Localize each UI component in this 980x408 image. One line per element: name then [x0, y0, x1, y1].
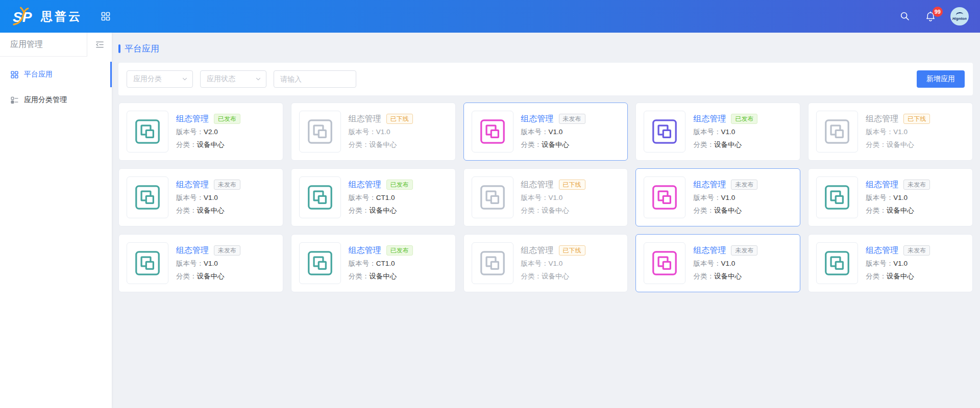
app-icon-box — [816, 242, 858, 284]
version-row: 版本号：V1.0 — [693, 193, 757, 203]
app-card[interactable]: 组态管理 已发布 版本号：V1.0 分类：设备中心 — [635, 103, 800, 161]
overlap-squares-icon — [479, 184, 506, 211]
app-card[interactable]: 组态管理 已下线 版本号：V1.0 分类：设备中心 — [463, 234, 628, 292]
search-input[interactable] — [274, 70, 356, 88]
category-row: 分类：设备中心 — [866, 271, 930, 282]
notifications-button[interactable]: 99 — [925, 11, 936, 22]
app-card[interactable]: 组态管理 未发布 版本号：V1.0 分类：设备中心 — [635, 168, 800, 226]
app-icon-box — [644, 111, 685, 152]
category-label: 分类： — [349, 207, 370, 214]
category-row: 分类：设备中心 — [176, 271, 240, 282]
status-badge: 未发布 — [214, 245, 240, 256]
version-value: V2.0 — [204, 128, 218, 136]
category-value: 设备中心 — [714, 272, 742, 280]
app-card-info: 组态管理 已发布 版本号：CT1.0 分类：设备中心 — [349, 245, 413, 282]
status-badge: 已发布 — [731, 114, 757, 124]
app-card[interactable]: 组态管理 已发布 版本号：V2.0 分类：设备中心 — [118, 103, 283, 161]
category-label: 分类： — [176, 141, 197, 148]
add-app-button[interactable]: 新增应用 — [917, 70, 965, 88]
overlap-squares-icon — [134, 184, 161, 211]
sidebar-item[interactable]: 应用分类管理 — [0, 87, 112, 113]
app-title-link[interactable]: 组态管理 — [176, 180, 209, 190]
category-row: 分类：设备中心 — [521, 206, 585, 216]
app-card[interactable]: 组态管理 未发布 版本号：V1.0 分类：设备中心 — [808, 168, 973, 226]
app-card[interactable]: 组态管理 未发布 版本号：V1.0 分类：设备中心 — [808, 234, 973, 292]
app-title-link[interactable]: 组态管理 — [866, 180, 898, 190]
category-label: 分类： — [866, 207, 887, 214]
version-value: CT1.0 — [376, 260, 395, 267]
app-icon-box — [127, 242, 168, 284]
sidebar-collapse-button[interactable] — [87, 33, 112, 57]
status-badge: 已发布 — [386, 180, 413, 190]
version-row: 版本号：V1.0 — [176, 193, 240, 203]
app-title-link[interactable]: 组态管理 — [521, 245, 554, 256]
category-value: 设备中心 — [369, 207, 397, 214]
version-value: V1.0 — [721, 128, 735, 136]
version-label: 版本号： — [349, 194, 376, 201]
app-icon-box — [127, 176, 168, 218]
category-row: 分类：设备中心 — [349, 206, 413, 216]
app-card[interactable]: 组态管理 未发布 版本号：V1.0 分类：设备中心 — [118, 234, 283, 292]
overlap-squares-icon — [479, 118, 506, 145]
app-card[interactable]: 组态管理 已下线 版本号：V1.0 分类：设备中心 — [463, 168, 628, 226]
app-title-link[interactable]: 组态管理 — [349, 245, 381, 256]
status-badge: 未发布 — [731, 180, 757, 190]
version-label: 版本号： — [693, 194, 721, 201]
main-content: 平台应用 应用分类 应用状态 新增应用 组态管理 已发布 版本号：V2. — [112, 33, 980, 408]
version-value: V1.0 — [204, 194, 218, 201]
top-header: SP 思普云 99 Hignton — [0, 0, 980, 33]
category-row: 分类：设备中心 — [693, 271, 757, 282]
version-row: 版本号：CT1.0 — [349, 259, 413, 269]
app-title-link[interactable]: 组态管理 — [693, 245, 726, 256]
app-card[interactable]: 组态管理 已下线 版本号：V1.0 分类：设备中心 — [291, 103, 456, 161]
app-title-link[interactable]: 组态管理 — [521, 180, 554, 190]
sidebar: 应用管理 平台应用 应用分类管理 — [0, 33, 112, 408]
title-accent-bar — [118, 44, 120, 53]
category-label: 分类： — [693, 141, 714, 148]
app-title-link[interactable]: 组态管理 — [521, 114, 554, 124]
user-avatar[interactable]: Hignton — [950, 7, 969, 26]
sidebar-item[interactable]: 平台应用 — [0, 62, 112, 87]
app-title-link[interactable]: 组态管理 — [866, 114, 898, 124]
app-title-link[interactable]: 组态管理 — [866, 245, 898, 256]
version-value: CT1.0 — [376, 194, 395, 201]
app-title-link[interactable]: 组态管理 — [349, 180, 381, 190]
overlap-squares-icon — [134, 118, 161, 145]
sidebar-item-icon — [10, 70, 19, 79]
app-card[interactable]: 组态管理 已下线 版本号：V1.0 分类：设备中心 — [808, 103, 973, 161]
category-value: 设备中心 — [197, 141, 225, 148]
app-title-link[interactable]: 组态管理 — [349, 114, 381, 124]
brand-logo[interactable]: SP 思普云 — [12, 7, 82, 26]
status-badge: 未发布 — [559, 114, 585, 124]
app-card[interactable]: 组态管理 已发布 版本号：CT1.0 分类：设备中心 — [291, 234, 456, 292]
app-card[interactable]: 组态管理 未发布 版本号：V1.0 分类：设备中心 — [463, 103, 628, 161]
category-value: 设备中心 — [714, 207, 742, 214]
app-title-link[interactable]: 组态管理 — [693, 114, 726, 124]
category-row: 分类：设备中心 — [349, 140, 413, 150]
app-card[interactable]: 组态管理 未发布 版本号：V1.0 分类：设备中心 — [635, 234, 800, 292]
category-value: 设备中心 — [369, 272, 397, 280]
category-value: 设备中心 — [887, 272, 914, 280]
apps-grid-icon[interactable] — [101, 11, 111, 21]
version-label: 版本号： — [521, 128, 549, 136]
category-row: 分类：设备中心 — [693, 206, 757, 216]
category-label: 分类： — [349, 272, 370, 280]
app-card-info: 组态管理 未发布 版本号：V1.0 分类：设备中心 — [693, 245, 757, 282]
overlap-squares-icon — [824, 184, 850, 211]
app-title-link[interactable]: 组态管理 — [176, 114, 209, 124]
status-select[interactable]: 应用状态 — [200, 70, 266, 88]
filter-bar: 应用分类 应用状态 新增应用 — [118, 63, 973, 95]
search-icon[interactable] — [899, 11, 911, 22]
app-title-link[interactable]: 组态管理 — [176, 245, 209, 256]
category-select[interactable]: 应用分类 — [127, 70, 193, 88]
app-title-link[interactable]: 组态管理 — [693, 180, 726, 190]
app-card[interactable]: 组态管理 已发布 版本号：CT1.0 分类：设备中心 — [291, 168, 456, 226]
app-icon-box — [816, 111, 858, 152]
version-label: 版本号： — [866, 260, 893, 267]
version-row: 版本号：V2.0 — [176, 127, 240, 137]
category-value: 设备中心 — [887, 207, 914, 214]
overlap-squares-icon — [651, 184, 678, 211]
status-select-placeholder: 应用状态 — [207, 74, 255, 84]
category-label: 分类： — [521, 272, 542, 280]
app-card[interactable]: 组态管理 未发布 版本号：V1.0 分类：设备中心 — [118, 168, 283, 226]
